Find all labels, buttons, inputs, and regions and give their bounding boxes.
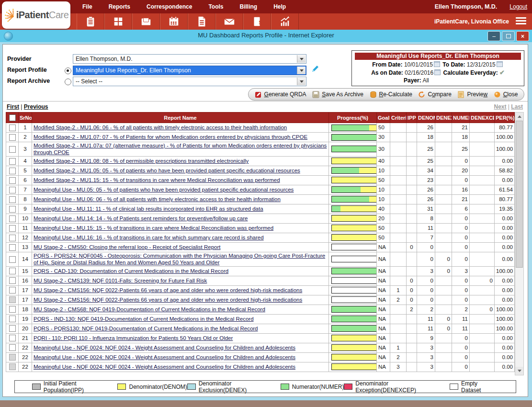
- row-checkbox[interactable]: [9, 146, 16, 153]
- menu-correspondence[interactable]: Correspondence: [147, 3, 192, 10]
- row-checkbox[interactable]: [9, 277, 16, 284]
- scrollbar-thumb[interactable]: [516, 121, 523, 268]
- report-link[interactable]: PQRS - PQRS24: NQF0045 - Osteoporosis: C…: [34, 253, 325, 265]
- profile-panel-title: Meaningful Use Reports_Dr. Ellen Thompso…: [355, 53, 521, 60]
- billing-icon[interactable]: $: [243, 13, 271, 30]
- calendar-icon-toolbar[interactable]: [160, 13, 188, 30]
- close-button[interactable]: Close: [494, 91, 518, 98]
- report-link[interactable]: Meaningful Use - NQF 0024: NQF 0024 - We…: [34, 354, 295, 360]
- report-link[interactable]: Meaningful Use - MU.16: 16 - % of transi…: [34, 235, 264, 240]
- provider-select[interactable]: Ellen Thompson, M.D.: [73, 54, 306, 64]
- generate-qrda-button[interactable]: Generate QRDA: [255, 91, 306, 98]
- report-link[interactable]: Modified Stage-2 - MU1.15: 15 - % of tra…: [34, 177, 280, 183]
- select-all-checkbox[interactable]: [9, 114, 16, 121]
- row-checkbox[interactable]: [9, 187, 16, 193]
- row-checkbox[interactable]: [9, 316, 16, 322]
- report-link[interactable]: MU Stage-2 - CMS139: NQF 0101-Falls: Scr…: [34, 278, 207, 283]
- re-calculate-button[interactable]: Re-Calculate: [370, 91, 412, 98]
- row-per: 0.00: [495, 362, 515, 372]
- report-link[interactable]: MU Stage-2 - CMS156: NQF 0022-Patients 6…: [34, 297, 302, 303]
- chevron-down-icon[interactable]: [297, 67, 306, 74]
- calendar-icon[interactable]: [434, 69, 441, 75]
- menu-file[interactable]: File: [82, 3, 92, 10]
- hamburger-menu-icon[interactable]: [516, 17, 526, 26]
- row-checkbox-cell: [6, 133, 19, 142]
- row-checkbox[interactable]: [9, 256, 16, 263]
- row-checkbox[interactable]: [9, 235, 16, 241]
- row-checkbox[interactable]: [9, 335, 16, 341]
- report-link[interactable]: PQRS - CAD-130: Documentation of Current…: [34, 268, 228, 274]
- row-checkbox[interactable]: [9, 196, 16, 203]
- menu-reports[interactable]: Reports: [109, 3, 130, 10]
- mail-icon[interactable]: [215, 13, 243, 30]
- chart-icon[interactable]: [271, 13, 299, 30]
- preview-button[interactable]: Preview: [457, 91, 487, 98]
- report-archive-radio[interactable]: [65, 79, 71, 85]
- row-checkbox[interactable]: [9, 206, 16, 213]
- report-link[interactable]: PQRS - IND-130: NQF 0419-Documentation o…: [34, 316, 254, 322]
- scroll-down-arrow-icon[interactable]: [515, 367, 523, 375]
- save-archive-icon: [312, 91, 319, 98]
- logout-link[interactable]: Logout: [509, 3, 527, 10]
- date-range-line: From Date: 10/01/2015 To Date: 12/31/201…: [352, 61, 524, 68]
- pagination-previous[interactable]: Previous: [24, 103, 48, 110]
- report-link[interactable]: PQRS - PQRS130: NQF 0419-Documentation o…: [34, 326, 258, 331]
- document-icon[interactable]: [188, 13, 215, 30]
- menu-tools[interactable]: Tools: [208, 3, 223, 10]
- calendar-icon[interactable]: [434, 61, 440, 67]
- row-denom: 3: [417, 343, 435, 352]
- report-link[interactable]: Meaningful Use - NQF 0024: NQF 0024 - We…: [34, 345, 295, 350]
- report-link[interactable]: Modified Stage-2 - MU1.07a: 07 (alternat…: [34, 143, 327, 155]
- row-checkbox[interactable]: [9, 215, 16, 222]
- calendar-icon[interactable]: [497, 61, 503, 67]
- row-checkbox[interactable]: [9, 306, 16, 313]
- folder-icon[interactable]: [132, 13, 160, 30]
- scroll-up-arrow-icon[interactable]: [515, 113, 523, 121]
- report-link[interactable]: Meaningful Use - MU.11: 11 - % of clinic…: [34, 206, 263, 212]
- report-link[interactable]: MU Stage-2 - CMS68: NQF 0419-Documentati…: [34, 306, 265, 312]
- row-ipp: [407, 362, 417, 372]
- row-checkbox[interactable]: [9, 134, 16, 141]
- report-link[interactable]: Meaningful Use - MU.05: 05 - % of patien…: [34, 187, 294, 192]
- report-profile-select[interactable]: Meaningful Use Reports_Dr. Ellen Thompso…: [73, 66, 306, 75]
- row-checkbox[interactable]: [9, 287, 16, 294]
- clipboard-icon[interactable]: [77, 13, 104, 30]
- report-link[interactable]: MU Stage-2 - CMS50: Closing the referral…: [34, 244, 221, 250]
- row-checkbox[interactable]: [9, 244, 16, 251]
- pagination-first[interactable]: First: [7, 103, 19, 110]
- row-checkbox[interactable]: [9, 124, 16, 131]
- report-link[interactable]: MU Stage-2 - CMS156: NQF 0022-Patients 6…: [34, 287, 302, 293]
- row-checkbox[interactable]: [9, 325, 16, 332]
- report-link[interactable]: Meaningful Use - NQF 0024: NQF 0024 - We…: [34, 364, 295, 370]
- vertical-scrollbar[interactable]: [515, 112, 524, 375]
- report-link[interactable]: PQRI - 110: PQRI 110 - Influenza Immuniz…: [34, 335, 233, 341]
- compare-button[interactable]: Compare: [418, 91, 451, 98]
- report-link[interactable]: Modified Stage-2 - MU1.07: 07 - % of Pat…: [34, 134, 307, 140]
- report-link[interactable]: Meaningful Use - MU.14: 14 - % of Patien…: [34, 215, 248, 221]
- report-link[interactable]: Modified Stage-2 - MU1.08: 08 - % of per…: [34, 158, 249, 164]
- menu-help[interactable]: Help: [273, 3, 286, 10]
- minimize-button[interactable]: –: [487, 31, 500, 41]
- chevron-down-icon[interactable]: [297, 55, 306, 63]
- row-checkbox-cell: [6, 295, 19, 305]
- report-profile-radio[interactable]: [65, 68, 71, 74]
- maximize-button[interactable]: [502, 31, 515, 41]
- row-checkbox[interactable]: [9, 344, 16, 351]
- report-link[interactable]: Modified Stage-2 - MU1.06: 06 - % of all…: [34, 124, 287, 130]
- edit-profile-pencil-icon[interactable]: [311, 65, 319, 75]
- close-button[interactable]: ×: [516, 31, 529, 41]
- row-checkbox[interactable]: [9, 268, 16, 274]
- chevron-down-icon[interactable]: [297, 78, 306, 85]
- row-checkbox[interactable]: [9, 177, 16, 184]
- apps-grid-icon[interactable]: [104, 13, 132, 30]
- report-link[interactable]: Meaningful Use - MU.06: 06 - % of all pa…: [34, 196, 281, 202]
- report-link[interactable]: Modified Stage-2 - MU1.05: 05 - % of pat…: [34, 168, 300, 173]
- report-archive-select[interactable]: -- Select --: [73, 77, 306, 86]
- row-checkbox[interactable]: [9, 158, 16, 165]
- report-link[interactable]: Meaningful Use - MU.15: 15 - % of transi…: [34, 225, 273, 231]
- menu-billing[interactable]: Billing: [239, 3, 257, 10]
- row-checkbox[interactable]: [9, 168, 16, 174]
- save-as-archive-button[interactable]: Save As Archive: [312, 91, 363, 98]
- row-checkbox[interactable]: [9, 225, 16, 232]
- legend-item: Initial Patient Population(IPP): [32, 380, 117, 394]
